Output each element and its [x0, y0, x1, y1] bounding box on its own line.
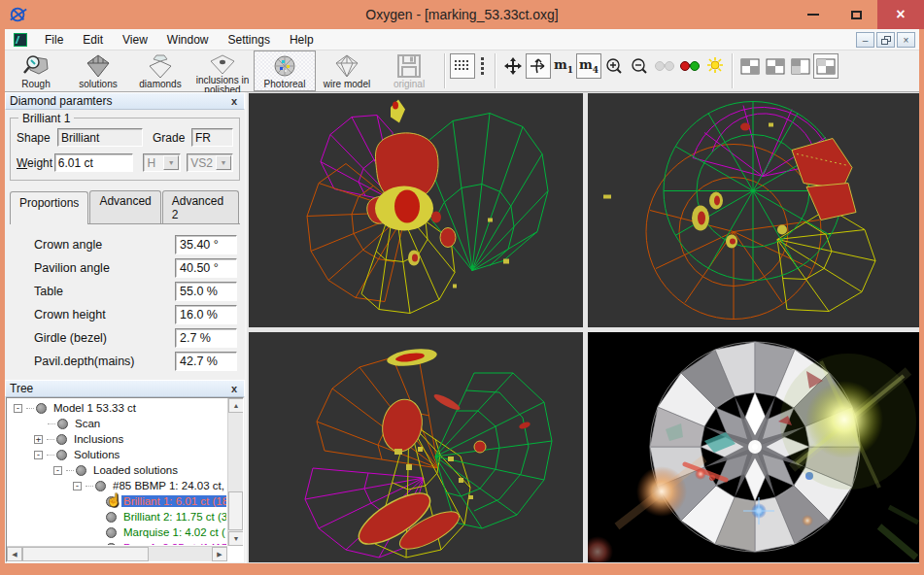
light-button[interactable]	[702, 53, 728, 79]
tree-expander[interactable]: +	[34, 435, 43, 444]
shape-field: Brilliant	[57, 128, 143, 147]
tree-vertical-scrollbar[interactable]: ▲ ▼	[227, 398, 243, 546]
panel-close-icon[interactable]: x	[228, 95, 240, 107]
photoreal-icon	[270, 53, 299, 79]
close-button[interactable]: ×	[877, 0, 924, 29]
point-cloud-button[interactable]	[450, 53, 475, 79]
tree-row: -Model 1 53.33 ct	[8, 400, 226, 416]
param-value[interactable]: 55.0 %	[175, 282, 237, 301]
solutions-button[interactable]: solutions	[67, 51, 129, 91]
material-4-button[interactable]: m4	[576, 53, 601, 79]
maximize-button[interactable]	[835, 0, 877, 29]
layout-4-button[interactable]	[813, 53, 838, 79]
photoreal-button[interactable]: Photoreal	[254, 51, 316, 91]
minimize-button[interactable]	[792, 0, 835, 29]
glasses-gray-icon	[654, 60, 675, 72]
m1-label: m1	[554, 57, 573, 75]
dot-column-icon	[480, 57, 486, 75]
tab-proportions[interactable]: Proportions	[10, 191, 88, 224]
zoom-in-icon	[604, 57, 624, 75]
layout-3-button[interactable]	[788, 53, 813, 79]
weight-input[interactable]: 6.01 ct	[54, 153, 134, 172]
zoom-in-button[interactable]	[601, 53, 627, 79]
rotate-button[interactable]	[526, 53, 551, 79]
minimize-icon	[807, 14, 819, 16]
param-value[interactable]: 35.40 °	[175, 235, 237, 254]
tree-expander[interactable]: -	[73, 482, 82, 490]
inclusions-in-polished-button[interactable]: inclusions in polished	[191, 51, 254, 91]
tree-item-label[interactable]: #85 BBMP 1: 24.03 ct, S	[111, 480, 226, 491]
tree-item-label[interactable]: Scan	[73, 418, 102, 429]
horizontal-scroll-thumb[interactable]	[22, 547, 149, 561]
tree-item-label[interactable]: Brilliant 2: 11.75 ct (3	[121, 511, 226, 523]
glasses-red-green-icon	[679, 60, 701, 72]
tree-item-label[interactable]: Pear 1: 2.25 ct (1417	[121, 542, 226, 545]
viewport-top-left-wireframe[interactable]	[249, 93, 583, 327]
tree-node-icon	[57, 419, 68, 429]
pan-button[interactable]	[500, 53, 526, 79]
scroll-down-icon[interactable]: ▼	[228, 531, 244, 546]
document-icon[interactable]	[14, 33, 27, 47]
viewport-top-right-wireframe[interactable]	[588, 93, 919, 327]
scroll-up-icon[interactable]: ▲	[228, 398, 244, 413]
panel-close-icon[interactable]: x	[228, 383, 240, 394]
layout-1-button[interactable]	[737, 53, 763, 79]
tree-row: -#85 BBMP 1: 24.03 ct, S	[8, 478, 226, 493]
toolbar-separator	[444, 53, 446, 88]
tree-node-icon	[56, 450, 67, 460]
layout-2-button[interactable]	[763, 53, 788, 79]
scroll-left-icon[interactable]: ◀	[7, 547, 22, 561]
menu-settings[interactable]: Settings	[219, 30, 280, 50]
param-label: Pavil.depth(mains)	[11, 355, 175, 368]
color-combo[interactable]: H ▼	[143, 153, 181, 172]
mdi-minimize-button[interactable]: –	[856, 32, 874, 48]
close-icon: ×	[896, 6, 905, 23]
diamond-parameters-title: Diamond paramters	[10, 94, 112, 108]
dot-grid-icon	[454, 58, 471, 74]
tree-item-label[interactable]: Inclusions	[72, 433, 125, 445]
tree-node-icon	[106, 527, 117, 538]
tree-horizontal-scrollbar[interactable]: ◀ ▶	[7, 546, 227, 561]
tab-advanced[interactable]: Advanced	[89, 190, 160, 223]
tree-view: -Model 1 53.33 ct Scan +Inclusions -Solu…	[6, 397, 244, 562]
tree-item-label[interactable]: Loaded solutions	[91, 464, 180, 476]
param-value[interactable]: 2.7 %	[175, 328, 237, 348]
viewport-bottom-right-photoreal[interactable]	[588, 332, 919, 562]
layout-grid-icon-3	[791, 58, 810, 75]
tree-item-label[interactable]: Solutions	[72, 449, 121, 460]
solutions-icon	[84, 53, 113, 79]
menu-help[interactable]: Help	[280, 30, 324, 50]
clarity-combo[interactable]: VS2 ▼	[187, 153, 233, 172]
vertical-scroll-thumb[interactable]	[228, 491, 243, 530]
scroll-right-icon[interactable]: ▶	[212, 547, 227, 561]
tree-expander[interactable]: -	[14, 404, 22, 413]
tree-node-icon	[76, 465, 86, 476]
mdi-restore-button[interactable]	[876, 32, 895, 48]
dotted-column-button[interactable]	[475, 53, 491, 79]
viewport-bottom-left-wireframe[interactable]	[249, 332, 583, 562]
material-1-button[interactable]: m1	[551, 53, 576, 79]
tree-expander[interactable]: -	[34, 451, 43, 459]
rough-button[interactable]: Rough	[5, 51, 67, 91]
mdi-close-button[interactable]: ×	[897, 32, 915, 48]
menu-window[interactable]: Window	[157, 30, 219, 50]
chevron-down-icon[interactable]: ▼	[163, 155, 179, 170]
param-value[interactable]: 16.0 %	[175, 305, 237, 324]
diamonds-button[interactable]: diamonds	[129, 51, 191, 91]
tree-item-label[interactable]: Model 1 53.33 ct	[51, 402, 138, 414]
tree-panel: Tree x -Model 1 53.33 ct Scan +Inclusion…	[5, 380, 245, 563]
chevron-down-icon[interactable]: ▼	[216, 155, 231, 170]
tab-advanced-2[interactable]: Advanced 2	[162, 190, 239, 223]
menu-view[interactable]: View	[113, 30, 157, 50]
menu-file[interactable]: File	[35, 30, 73, 50]
wire-model-button[interactable]: wire model	[316, 51, 378, 91]
zoom-out-button[interactable]	[627, 53, 652, 79]
tree-expander[interactable]: -	[53, 466, 62, 475]
tree-item-label[interactable]: Marquise 1: 4.02 ct (	[121, 526, 226, 538]
menu-edit[interactable]: Edit	[73, 30, 113, 50]
tree-item-label[interactable]: Brilliant 1: 6.01 ct (18	[121, 495, 226, 507]
stereo-anaglyph-button[interactable]	[677, 53, 702, 79]
tree-node-icon	[106, 512, 117, 523]
param-value[interactable]: 42.7 %	[175, 352, 237, 371]
param-value[interactable]: 40.50 °	[175, 258, 237, 278]
